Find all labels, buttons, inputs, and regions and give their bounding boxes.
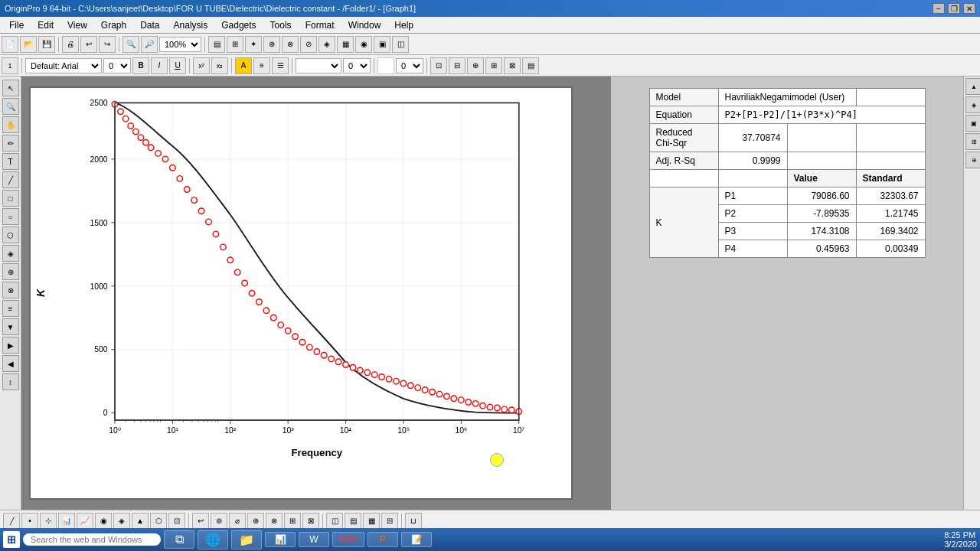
tool-text[interactable]: T (2, 153, 19, 170)
chrome-taskbar[interactable]: 🌐 (198, 530, 228, 549)
tb-extra3[interactable]: ✦ (245, 36, 262, 53)
taskbar-search[interactable] (23, 533, 161, 546)
bt22[interactable]: ⊔ (405, 513, 422, 530)
tool-extra7[interactable]: ↕ (2, 373, 19, 390)
folder-taskbar[interactable]: 📁 (231, 530, 262, 549)
align-left-btn[interactable]: ≡ (253, 57, 270, 74)
tb-extra9[interactable]: ◉ (355, 36, 372, 53)
fill-size-select[interactable]: 0 (396, 58, 423, 73)
bt10[interactable]: ⊡ (168, 513, 185, 530)
bt20[interactable]: ▦ (363, 513, 380, 530)
layer-btn[interactable]: 1 (2, 57, 18, 74)
right-tool3[interactable]: ▣ (965, 115, 980, 132)
tool-zoom[interactable]: 🔍 (2, 98, 19, 115)
tool-pan[interactable]: ✋ (2, 116, 19, 133)
bt17[interactable]: ⊠ (302, 513, 319, 530)
tb2-extra1[interactable]: ⊡ (430, 57, 447, 74)
subscript-btn[interactable]: x₂ (211, 57, 228, 74)
open-button[interactable]: 📂 (20, 36, 37, 53)
menu-gadgets[interactable]: Gadgets (215, 18, 262, 32)
menu-analysis[interactable]: Analysis (168, 18, 214, 32)
tb2-extra6[interactable]: ▤ (522, 57, 539, 74)
bt15[interactable]: ⊗ (266, 513, 283, 530)
tool-extra3[interactable]: ≡ (2, 300, 19, 317)
underline-button[interactable]: U (169, 57, 186, 74)
word-taskbar[interactable]: W (299, 532, 329, 547)
bt8[interactable]: ▲ (132, 513, 149, 530)
menu-file[interactable]: File (3, 18, 30, 32)
tool-rect[interactable]: □ (2, 190, 19, 207)
close-button[interactable]: ✕ (963, 3, 975, 14)
bt14[interactable]: ⊕ (247, 513, 264, 530)
tool-extra4[interactable]: ▼ (2, 318, 19, 335)
menu-data[interactable]: Data (134, 18, 165, 32)
tool-draw[interactable]: ✏ (2, 135, 19, 152)
italic-button[interactable]: I (151, 57, 168, 74)
origin-taskbar[interactable]: 📊 (265, 532, 296, 547)
font-name-select[interactable]: Default: Arial (25, 58, 102, 73)
tb-extra8[interactable]: ▦ (337, 36, 354, 53)
menu-graph[interactable]: Graph (95, 18, 132, 32)
menu-view[interactable]: View (61, 18, 93, 32)
bt16[interactable]: ⊞ (284, 513, 301, 530)
tool-line[interactable]: ╱ (2, 171, 19, 188)
tb-extra6[interactable]: ⊘ (300, 36, 317, 53)
bold-button[interactable]: B (132, 57, 149, 74)
bt12[interactable]: ⊚ (211, 513, 227, 530)
windows-start-button[interactable]: ⊞ (3, 531, 20, 548)
tb-extra5[interactable]: ⊗ (282, 36, 299, 53)
color-btn[interactable]: A (235, 57, 252, 74)
tb-extra10[interactable]: ▣ (374, 36, 390, 53)
print-button[interactable]: 🖨 (62, 36, 79, 53)
tb-extra1[interactable]: ▤ (208, 36, 225, 53)
new-button[interactable]: 📄 (2, 36, 18, 53)
tb-extra7[interactable]: ◈ (318, 36, 335, 53)
tb2-extra4[interactable]: ⊞ (485, 57, 502, 74)
tool-arrow[interactable]: ↖ (2, 80, 19, 96)
restore-button[interactable]: ❐ (948, 3, 960, 14)
graph-window[interactable]: K (29, 86, 573, 500)
zoom-out-button[interactable]: 🔎 (141, 36, 158, 53)
menu-help[interactable]: Help (388, 18, 420, 32)
bt6[interactable]: ◉ (95, 513, 112, 530)
save-button[interactable]: 💾 (38, 36, 55, 53)
tb2-extra2[interactable]: ⊟ (449, 57, 466, 74)
bt13[interactable]: ⌀ (229, 513, 246, 530)
bt4[interactable]: 📊 (58, 513, 75, 530)
bt2[interactable]: • (21, 513, 38, 530)
menu-edit[interactable]: Edit (31, 18, 60, 32)
redo-button[interactable]: ↪ (99, 36, 116, 53)
tool-extra6[interactable]: ◀ (2, 355, 19, 372)
tb-extra11[interactable]: ◫ (392, 36, 409, 53)
tb-extra4[interactable]: ⊕ (263, 36, 280, 53)
tool-data[interactable]: ◈ (2, 245, 19, 262)
bt7[interactable]: ◈ (113, 513, 130, 530)
bt1[interactable]: ╱ (3, 513, 20, 530)
pdf-taskbar[interactable]: PDF (332, 532, 364, 547)
minimize-button[interactable]: − (933, 3, 945, 14)
tool-extra2[interactable]: ⊗ (2, 282, 19, 298)
bt18[interactable]: ◫ (326, 513, 343, 530)
zoom-level-select[interactable]: 100% 75% 50% (159, 37, 201, 52)
right-tool2[interactable]: ◈ (965, 96, 980, 113)
task-view-button[interactable]: ⧉ (164, 530, 194, 549)
tool-extra5[interactable]: ▶ (2, 337, 19, 354)
tb2-extra3[interactable]: ⊕ (467, 57, 484, 74)
font-size-select[interactable]: 0 8 10 12 (103, 58, 131, 73)
bt11[interactable]: ↩ (192, 513, 209, 530)
tb2-extra5[interactable]: ⊠ (504, 57, 521, 74)
tb-extra2[interactable]: ⊞ (227, 36, 243, 53)
bt19[interactable]: ▤ (345, 513, 361, 530)
tool-extra1[interactable]: ⊕ (2, 263, 19, 280)
undo-button[interactable]: ↩ (80, 36, 97, 53)
bt3[interactable]: ⊹ (40, 513, 57, 530)
notes-taskbar[interactable]: 📝 (401, 532, 432, 547)
menu-tools[interactable]: Tools (264, 18, 298, 32)
ppt-taskbar[interactable]: P (368, 532, 398, 547)
menu-format[interactable]: Format (299, 18, 341, 32)
right-tool5[interactable]: ⊕ (965, 152, 980, 168)
align-center-btn[interactable]: ☰ (272, 57, 289, 74)
superscript-btn[interactable]: x² (193, 57, 210, 74)
bt21[interactable]: ⊟ (381, 513, 398, 530)
bt5[interactable]: 📈 (77, 513, 93, 530)
